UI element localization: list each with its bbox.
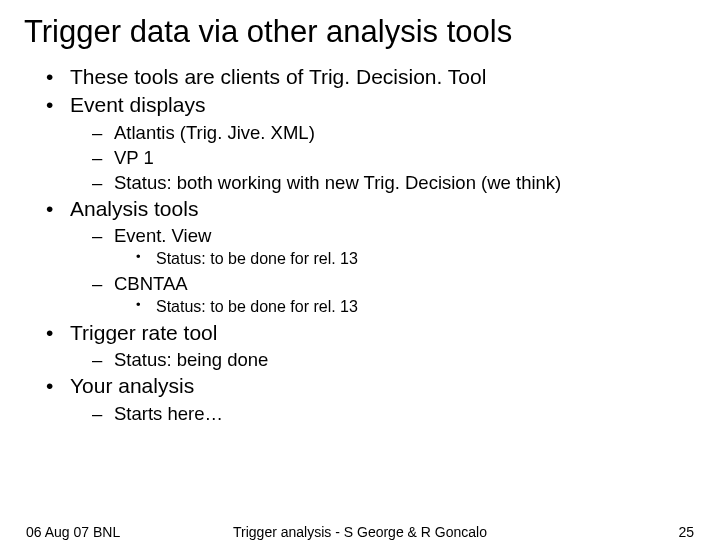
subsub-list: Status: to be done for rel. 13: [114, 249, 696, 270]
bullet-item: Your analysis Starts here…: [24, 373, 696, 424]
sub-list: Event. View Status: to be done for rel. …: [70, 224, 696, 318]
sub-item: Status: both working with new Trig. Deci…: [70, 171, 696, 194]
sub-list: Status: being done: [70, 348, 696, 371]
bullet-text: Event displays: [70, 93, 205, 116]
sub-text: Status: both working with new Trig. Deci…: [114, 172, 561, 193]
slide: Trigger data via other analysis tools Th…: [0, 0, 720, 540]
bullet-item: Trigger rate tool Status: being done: [24, 320, 696, 371]
bullet-list: These tools are clients of Trig. Decisio…: [24, 64, 696, 425]
sub-item: CBNTAA Status: to be done for rel. 13: [70, 272, 696, 318]
sub-text: Event. View: [114, 225, 211, 246]
subsub-text: Status: to be done for rel. 13: [156, 250, 358, 267]
bullet-item: Event displays Atlantis (Trig. Jive. XML…: [24, 92, 696, 194]
sub-item: Event. View Status: to be done for rel. …: [70, 224, 696, 270]
sub-text: Atlantis (Trig. Jive. XML): [114, 122, 315, 143]
subsub-text: Status: to be done for rel. 13: [156, 298, 358, 315]
bullet-item: These tools are clients of Trig. Decisio…: [24, 64, 696, 90]
subsub-item: Status: to be done for rel. 13: [114, 249, 696, 270]
bullet-text: Analysis tools: [70, 197, 198, 220]
footer-center: Trigger analysis - S George & R Goncalo: [0, 524, 720, 540]
sub-item: Atlantis (Trig. Jive. XML): [70, 121, 696, 144]
slide-title: Trigger data via other analysis tools: [24, 14, 696, 50]
sub-text: VP 1: [114, 147, 154, 168]
bullet-text: Your analysis: [70, 374, 194, 397]
sub-text: Starts here…: [114, 403, 223, 424]
bullet-text: Trigger rate tool: [70, 321, 217, 344]
sub-item: Starts here…: [70, 402, 696, 425]
sub-list: Atlantis (Trig. Jive. XML) VP 1 Status: …: [70, 121, 696, 194]
subsub-item: Status: to be done for rel. 13: [114, 297, 696, 318]
sub-item: Status: being done: [70, 348, 696, 371]
sub-list: Starts here…: [70, 402, 696, 425]
sub-item: VP 1: [70, 146, 696, 169]
bullet-text: These tools are clients of Trig. Decisio…: [70, 65, 486, 88]
sub-text: Status: being done: [114, 349, 268, 370]
bullet-item: Analysis tools Event. View Status: to be…: [24, 196, 696, 318]
subsub-list: Status: to be done for rel. 13: [114, 297, 696, 318]
sub-text: CBNTAA: [114, 273, 188, 294]
footer-right: 25: [678, 524, 694, 540]
